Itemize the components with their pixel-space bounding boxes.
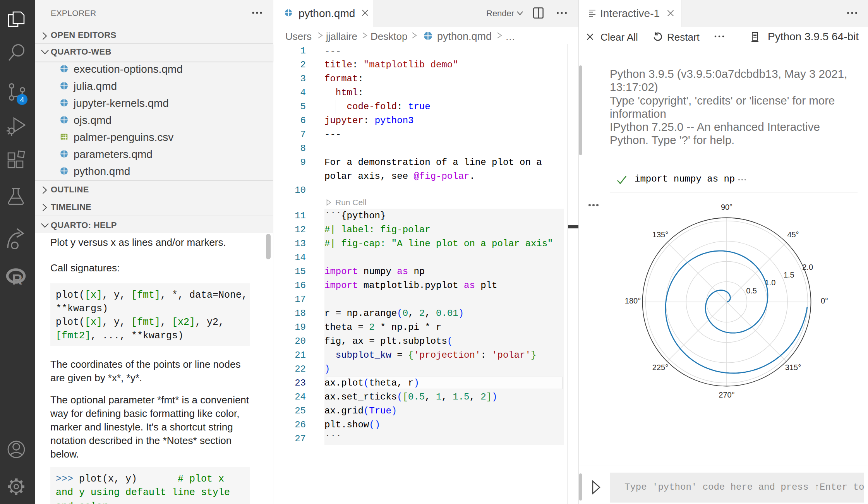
svg-text:270°: 270° [719,391,734,399]
svg-text:4: 4 [20,96,24,104]
svg-text:0°: 0° [821,297,828,305]
svg-text:135°: 135° [652,230,668,239]
svg-text:90°: 90° [721,203,732,211]
svg-text:225°: 225° [652,363,668,372]
svg-text:0.5: 0.5 [746,286,757,295]
svg-text:R: R [12,272,22,288]
svg-text:1.0: 1.0 [765,278,775,287]
svg-text:315°: 315° [785,363,801,372]
svg-text:45°: 45° [787,230,799,239]
svg-text:2.0: 2.0 [802,263,813,271]
svg-text:180°: 180° [625,297,641,305]
svg-text:1.5: 1.5 [784,271,794,279]
